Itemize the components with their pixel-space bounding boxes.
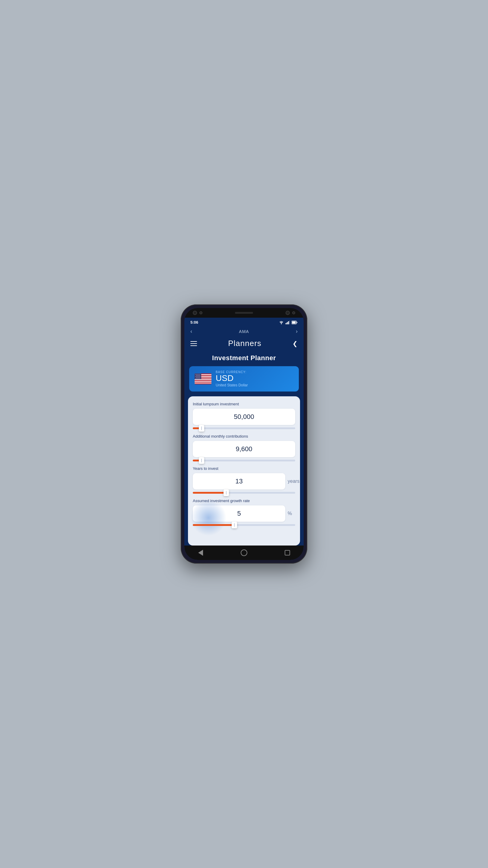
lumpsum-section: Initial lumpsum investment — [193, 402, 295, 429]
app-header: Planners ❮ — [184, 337, 304, 352]
camera-bar — [184, 308, 304, 318]
flag-container: ★★★★★★ ★★★★★ ★★★★★★ ★★★★★ ★★★★★★ — [195, 373, 212, 384]
camera-dot-right — [286, 311, 290, 315]
svg-rect-7 — [289, 321, 290, 324]
growth-input-row: % — [193, 505, 295, 522]
monthly-input-row — [193, 441, 295, 457]
svg-rect-23 — [195, 382, 212, 383]
monthly-slider-track — [193, 460, 295, 461]
lumpsum-input-row — [193, 409, 295, 425]
nav-back-arrow[interactable]: ‹ — [190, 328, 192, 335]
growth-input[interactable] — [193, 505, 285, 522]
back-nav-button[interactable] — [196, 549, 205, 557]
years-input-row: years — [193, 473, 295, 490]
camera-dot-small — [199, 311, 202, 314]
currency-card[interactable]: ★★★★★★ ★★★★★ ★★★★★★ ★★★★★ ★★★★★★ BASE CU… — [189, 366, 299, 392]
years-slider-track — [193, 492, 295, 494]
years-section: Years to invest years — [193, 466, 295, 494]
growth-slider-track — [193, 524, 295, 526]
years-slider-thumb[interactable] — [224, 490, 229, 496]
growth-slider-thumb[interactable] — [232, 522, 237, 528]
status-time: 5:06 — [190, 320, 198, 324]
monthly-input[interactable] — [193, 441, 295, 457]
home-nav-button[interactable] — [240, 549, 248, 557]
lumpsum-thumb-line — [201, 427, 202, 430]
svg-rect-4 — [286, 323, 287, 324]
growth-slider-fill — [193, 524, 234, 526]
wifi-icon — [279, 321, 284, 324]
svg-rect-5 — [287, 322, 288, 324]
growth-unit: % — [288, 511, 298, 516]
lumpsum-label: Initial lumpsum investment — [193, 402, 295, 406]
battery-icon — [292, 321, 298, 324]
lumpsum-slider-thumb[interactable] — [199, 425, 204, 432]
nav-forward-arrow[interactable]: › — [296, 328, 298, 335]
monthly-slider-wrap[interactable] — [193, 460, 295, 461]
camera-dot-left — [193, 311, 197, 315]
nav-title: AMA — [239, 329, 249, 334]
status-bar: 5:06 — [184, 318, 304, 327]
years-label: Years to invest — [193, 466, 295, 471]
signal-icon — [286, 321, 290, 324]
nav-bar: ‹ AMA › — [184, 327, 304, 337]
svg-rect-19 — [195, 379, 212, 380]
header-title: Planners — [228, 339, 261, 348]
speaker — [235, 312, 253, 314]
years-slider-wrap[interactable] — [193, 492, 295, 494]
monthly-slider-thumb[interactable] — [199, 457, 204, 464]
camera-dot-extra — [292, 311, 295, 314]
growth-section: Assumed investment growth rate % — [193, 498, 295, 526]
svg-rect-22 — [195, 382, 212, 383]
back-button[interactable]: ❮ — [293, 340, 298, 347]
svg-rect-6 — [288, 321, 289, 324]
menu-icon[interactable] — [190, 341, 197, 346]
planner-title: Investment Planner — [190, 354, 298, 362]
back-triangle-icon — [198, 550, 203, 556]
lumpsum-input[interactable] — [193, 409, 295, 425]
lumpsum-slider-track — [193, 427, 295, 429]
currency-name: United States Dollar — [216, 383, 248, 387]
svg-rect-9 — [292, 321, 296, 323]
lumpsum-slider-wrap[interactable] — [193, 427, 295, 429]
home-circle-icon — [241, 550, 247, 556]
recent-square-icon — [285, 550, 290, 555]
years-input[interactable] — [193, 473, 285, 490]
status-icons — [279, 321, 298, 324]
svg-rect-21 — [195, 381, 212, 382]
growth-slider-wrap[interactable] — [193, 524, 295, 526]
currency-info: BASE CURRENCY: USD United States Dollar — [216, 370, 248, 387]
us-flag: ★★★★★★ ★★★★★ ★★★★★★ ★★★★★ ★★★★★★ — [195, 373, 212, 384]
growth-thumb-line — [234, 523, 235, 527]
planner-title-wrap: Investment Planner — [184, 352, 304, 366]
growth-label: Assumed investment growth rate — [193, 498, 295, 503]
svg-rect-24 — [195, 383, 212, 384]
svg-text:★★★★★★: ★★★★★★ — [195, 378, 201, 379]
monthly-section: Additional monthly contributions — [193, 434, 295, 461]
svg-rect-20 — [195, 380, 212, 381]
monthly-label: Additional monthly contributions — [193, 434, 295, 438]
years-unit: years — [288, 478, 298, 484]
svg-point-3 — [281, 323, 282, 324]
recent-nav-button[interactable] — [283, 549, 292, 557]
svg-marker-2 — [281, 321, 282, 322]
bottom-nav — [184, 546, 304, 560]
svg-rect-10 — [297, 322, 297, 323]
years-slider-fill — [193, 492, 226, 494]
main-card: Initial lumpsum investment Additional mo… — [188, 396, 300, 546]
monthly-thumb-line — [201, 459, 202, 462]
years-thumb-line — [226, 491, 227, 495]
currency-code: USD — [216, 374, 248, 383]
